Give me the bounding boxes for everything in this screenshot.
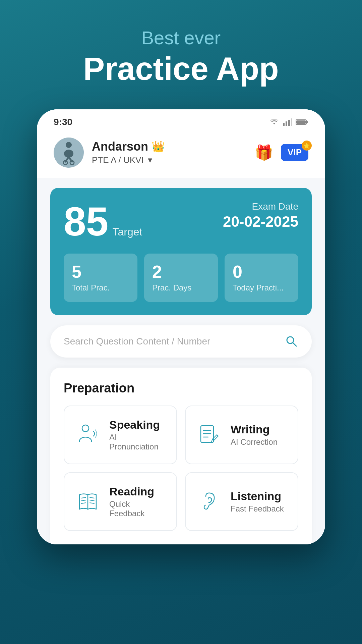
listening-sub: Fast Feedback	[231, 504, 284, 514]
prep-card-speaking[interactable]: Speaking AI Pronunciation	[64, 406, 177, 464]
profile-left: Andarson 👑 PTE A / UKVI ▼	[54, 138, 165, 168]
stat-total-prac-label: Total Prac.	[72, 283, 129, 292]
svg-line-16	[293, 343, 296, 346]
stats-top: 85 Target Exam Date 20-02-2025	[64, 201, 298, 241]
writing-name: Writing	[231, 423, 278, 436]
vip-star-icon: ⭐	[302, 141, 312, 151]
wifi-icon	[269, 118, 280, 126]
svg-rect-2	[286, 121, 287, 126]
profile-name-text: Andarson	[92, 140, 148, 154]
svg-rect-6	[306, 121, 308, 123]
svg-line-27	[90, 500, 94, 501]
stat-prac-days-value: 2	[152, 263, 210, 280]
hero-title: Practice App	[13, 52, 349, 86]
svg-point-9	[66, 142, 72, 148]
stat-total-prac-value: 5	[72, 263, 129, 280]
stat-today-prac: 0 Today Practi...	[225, 254, 298, 302]
avatar	[54, 138, 84, 168]
stat-prac-days: 2 Prac. Days	[144, 254, 218, 302]
battery-icon	[296, 119, 308, 125]
preparation-section: Preparation S	[50, 368, 312, 544]
phone-mockup: 9:30	[37, 109, 325, 544]
svg-line-25	[81, 503, 86, 503]
svg-line-26	[90, 497, 94, 498]
preparation-title: Preparation	[64, 381, 298, 395]
prep-card-reading[interactable]: Reading Quick Feedback	[64, 472, 177, 531]
svg-rect-1	[283, 123, 285, 126]
stat-today-prac-value: 0	[233, 263, 290, 280]
writing-icon	[196, 421, 223, 448]
vip-button[interactable]: VIP ⭐	[281, 144, 308, 161]
listening-text: Listening Fast Feedback	[231, 490, 284, 514]
svg-line-22	[212, 439, 213, 442]
search-placeholder-text: Search Question Content / Number	[64, 336, 210, 347]
stat-prac-days-label: Prac. Days	[152, 283, 210, 292]
profile-name: Andarson 👑	[92, 140, 165, 154]
reading-name: Reading	[109, 485, 166, 498]
exam-type-label: PTE A / UKVI	[92, 155, 144, 165]
profile-row: Andarson 👑 PTE A / UKVI ▼ 🎁 VIP ⭐	[50, 131, 312, 178]
svg-point-17	[82, 425, 89, 432]
stats-bottom: 5 Total Prac. 2 Prac. Days 0 Today Pract…	[64, 254, 298, 302]
svg-rect-3	[288, 120, 290, 126]
prep-card-listening[interactable]: Listening Fast Feedback	[185, 472, 298, 531]
speaking-name: Speaking	[109, 418, 166, 431]
status-icons	[269, 118, 308, 126]
svg-rect-7	[296, 120, 306, 124]
prep-card-writing[interactable]: Writing AI Correction	[185, 406, 298, 464]
writing-sub: AI Correction	[231, 437, 278, 447]
profile-info: Andarson 👑 PTE A / UKVI ▼	[92, 140, 165, 165]
profile-actions: 🎁 VIP ⭐	[252, 141, 308, 164]
search-bar[interactable]: Search Question Content / Number	[50, 325, 312, 358]
svg-marker-0	[273, 123, 276, 124]
target-label: Target	[112, 226, 142, 238]
prep-grid: Speaking AI Pronunciation	[64, 406, 298, 531]
profile-exam[interactable]: PTE A / UKVI ▼	[92, 155, 165, 165]
hero-section: Best ever Practice App	[0, 0, 362, 99]
vip-label: VIP	[288, 147, 302, 158]
svg-line-23	[81, 497, 86, 498]
listening-name: Listening	[231, 490, 284, 503]
target-section: 85 Target	[64, 201, 142, 241]
status-time: 9:30	[54, 117, 72, 127]
stats-card: 85 Target Exam Date 20-02-2025 5 Total P…	[50, 188, 312, 315]
exam-date-section: Exam Date 20-02-2025	[223, 201, 298, 230]
hero-subtitle: Best ever	[13, 27, 349, 49]
signal-icon	[283, 118, 292, 126]
target-number: 85	[64, 201, 108, 241]
gift-button[interactable]: 🎁	[252, 141, 276, 164]
svg-line-28	[90, 503, 94, 503]
status-bar: 9:30	[37, 109, 325, 131]
svg-line-24	[81, 500, 86, 501]
search-icon	[284, 333, 298, 350]
stat-total-prac: 5 Total Prac.	[64, 254, 137, 302]
speaking-icon	[74, 421, 101, 448]
reading-icon	[74, 488, 101, 515]
writing-text: Writing AI Correction	[231, 423, 278, 447]
reading-text: Reading Quick Feedback	[109, 485, 166, 518]
reading-sub: Quick Feedback	[109, 499, 166, 518]
speaking-text: Speaking AI Pronunciation	[109, 418, 166, 451]
avatar-image	[54, 138, 84, 168]
listening-icon	[196, 488, 223, 515]
svg-rect-4	[291, 118, 292, 126]
exam-date-label: Exam Date	[223, 201, 298, 212]
stat-today-prac-label: Today Practi...	[233, 283, 290, 292]
chevron-down-icon: ▼	[146, 156, 154, 165]
exam-date-value: 20-02-2025	[223, 213, 298, 230]
crown-icon: 👑	[152, 140, 165, 153]
speaking-sub: AI Pronunciation	[109, 433, 166, 451]
